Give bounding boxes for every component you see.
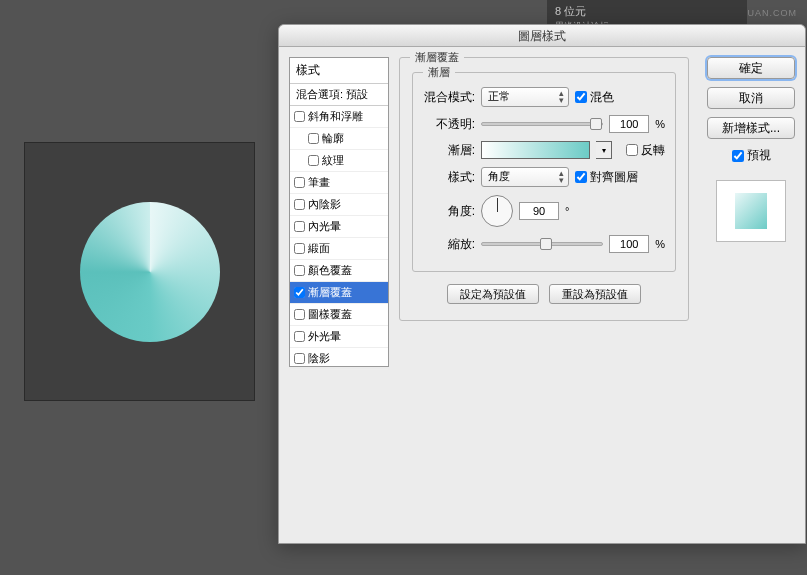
blend-options-item[interactable]: 混合選項: 預設: [290, 84, 388, 106]
reverse-checkbox[interactable]: [626, 144, 638, 156]
layer-style-dialog: 圖層樣式 樣式 混合選項: 預設 斜角和浮雕 輪廓 紋理 筆畫 內陰影 內光暈 …: [278, 24, 806, 544]
bevel-label: 斜角和浮雕: [308, 109, 363, 124]
style-item-contour[interactable]: 輪廓: [290, 128, 388, 150]
style-label: 樣式:: [423, 169, 475, 186]
style-item-coloroverlay[interactable]: 顏色覆蓋: [290, 260, 388, 282]
style-item-stroke[interactable]: 筆畫: [290, 172, 388, 194]
innershadow-label: 內陰影: [308, 197, 341, 212]
align-label: 對齊圖層: [590, 169, 638, 186]
gradient-inner-group: 漸層 混合模式: 正常▴▾ 混色 不透明: % 漸層: ▾ 反轉: [412, 72, 676, 272]
gradientoverlay-label: 漸層覆蓋: [308, 285, 352, 300]
angle-label: 角度:: [423, 203, 475, 220]
ok-button[interactable]: 確定: [707, 57, 795, 79]
gradientoverlay-checkbox[interactable]: [294, 287, 305, 298]
gradient-label: 漸層:: [423, 142, 475, 159]
style-item-outerglow[interactable]: 外光暈: [290, 326, 388, 348]
gradient-inner-label: 漸層: [423, 65, 455, 80]
blendmode-label: 混合模式:: [423, 89, 475, 106]
dither-label: 混色: [590, 89, 614, 106]
innerglow-label: 內光暈: [308, 219, 341, 234]
coloroverlay-label: 顏色覆蓋: [308, 263, 352, 278]
chevron-updown-icon: ▴▾: [559, 170, 564, 184]
gradient-group-label: 漸層覆蓋: [410, 50, 464, 65]
style-select[interactable]: 角度▴▾: [481, 167, 569, 187]
opacity-label: 不透明:: [423, 116, 475, 133]
styles-header[interactable]: 樣式: [290, 58, 388, 84]
bits-label: 8 位元: [555, 5, 586, 17]
dialog-body: 樣式 混合選項: 預設 斜角和浮雕 輪廓 紋理 筆畫 內陰影 內光暈 緞面 顏色…: [279, 47, 805, 543]
chevron-down-icon: ▾: [602, 146, 606, 155]
style-item-satin[interactable]: 緞面: [290, 238, 388, 260]
styles-list-panel: 樣式 混合選項: 預設 斜角和浮雕 輪廓 紋理 筆畫 內陰影 內光暈 緞面 顏色…: [289, 57, 389, 367]
preview-checkbox[interactable]: [732, 150, 744, 162]
new-style-button[interactable]: 新增樣式...: [707, 117, 795, 139]
angle-dial[interactable]: [481, 195, 513, 227]
set-default-button[interactable]: 設定為預設值: [447, 284, 539, 304]
gradient-row: 漸層: ▾ 反轉: [423, 141, 665, 159]
align-checkbox[interactable]: [575, 171, 587, 183]
coloroverlay-checkbox[interactable]: [294, 265, 305, 276]
preview-thumbnail-box: [716, 180, 786, 242]
style-row: 樣式: 角度▴▾ 對齊圖層: [423, 167, 665, 187]
stroke-checkbox[interactable]: [294, 177, 305, 188]
preview-thumbnail: [735, 193, 767, 229]
style-item-patternoverlay[interactable]: 圖樣覆蓋: [290, 304, 388, 326]
satin-checkbox[interactable]: [294, 243, 305, 254]
blendmode-value: 正常: [488, 90, 510, 102]
stroke-label: 筆畫: [308, 175, 330, 190]
opacity-slider[interactable]: [481, 122, 603, 126]
opacity-slider-thumb[interactable]: [590, 118, 602, 130]
right-button-panel: 確定 取消 新增樣式... 預視: [707, 57, 795, 242]
texture-label: 紋理: [322, 153, 344, 168]
gradient-preview-swatch[interactable]: [481, 141, 590, 159]
scale-unit: %: [655, 238, 665, 250]
gradient-dropdown-button[interactable]: ▾: [596, 141, 612, 159]
blendmode-row: 混合模式: 正常▴▾ 混色: [423, 87, 665, 107]
outerglow-label: 外光暈: [308, 329, 341, 344]
outerglow-checkbox[interactable]: [294, 331, 305, 342]
style-item-gradientoverlay[interactable]: 漸層覆蓋: [290, 282, 388, 304]
angle-input[interactable]: [519, 202, 559, 220]
gradient-overlay-group: 漸層覆蓋 漸層 混合模式: 正常▴▾ 混色 不透明: % 漸層: ▾: [399, 57, 689, 321]
chevron-updown-icon: ▴▾: [559, 90, 564, 104]
patternoverlay-label: 圖樣覆蓋: [308, 307, 352, 322]
reset-default-button[interactable]: 重設為預設值: [549, 284, 641, 304]
opacity-input[interactable]: [609, 115, 649, 133]
style-item-dropshadow[interactable]: 陰影: [290, 348, 388, 370]
dropshadow-label: 陰影: [308, 351, 330, 366]
reverse-label: 反轉: [641, 142, 665, 159]
style-item-bevel[interactable]: 斜角和浮雕: [290, 106, 388, 128]
dropshadow-checkbox[interactable]: [294, 353, 305, 364]
satin-label: 緞面: [308, 241, 330, 256]
scale-slider-thumb[interactable]: [540, 238, 552, 250]
style-item-texture[interactable]: 紋理: [290, 150, 388, 172]
opacity-row: 不透明: %: [423, 115, 665, 133]
gradient-pie-preview: [80, 202, 220, 342]
preview-label: 預視: [747, 147, 771, 164]
style-value: 角度: [488, 170, 510, 182]
contour-label: 輪廓: [322, 131, 344, 146]
default-buttons-row: 設定為預設值 重設為預設值: [412, 284, 676, 304]
scale-input[interactable]: [609, 235, 649, 253]
innershadow-checkbox[interactable]: [294, 199, 305, 210]
innerglow-checkbox[interactable]: [294, 221, 305, 232]
scale-row: 縮放: %: [423, 235, 665, 253]
opacity-unit: %: [655, 118, 665, 130]
scale-slider[interactable]: [481, 242, 603, 246]
scale-label: 縮放:: [423, 236, 475, 253]
angle-row: 角度: °: [423, 195, 665, 227]
dialog-title: 圖層樣式: [279, 25, 805, 47]
dither-checkbox[interactable]: [575, 91, 587, 103]
bevel-checkbox[interactable]: [294, 111, 305, 122]
angle-unit: °: [565, 205, 569, 217]
texture-checkbox[interactable]: [308, 155, 319, 166]
style-item-innershadow[interactable]: 內陰影: [290, 194, 388, 216]
contour-checkbox[interactable]: [308, 133, 319, 144]
cancel-button[interactable]: 取消: [707, 87, 795, 109]
style-item-innerglow[interactable]: 內光暈: [290, 216, 388, 238]
patternoverlay-checkbox[interactable]: [294, 309, 305, 320]
blendmode-select[interactable]: 正常▴▾: [481, 87, 569, 107]
